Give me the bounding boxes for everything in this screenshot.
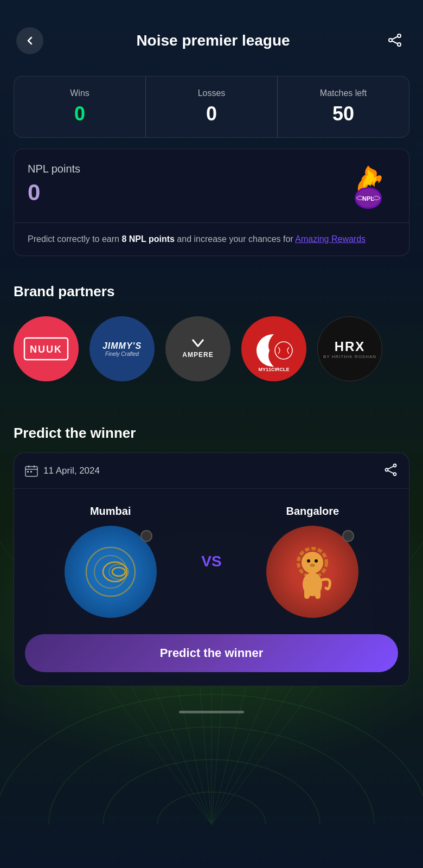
matches-left-value: 50 [286, 103, 401, 125]
losses-stat: Losses 0 [146, 76, 278, 137]
brand-partners-title: Brand partners [0, 267, 423, 311]
team-mumbai-logo [65, 526, 157, 618]
my11circle-logo: MY11CIRCLE [247, 323, 301, 372]
svg-text:MY11CIRCLE: MY11CIRCLE [258, 367, 289, 372]
losses-label: Losses [154, 88, 269, 98]
match-card: 11 April, 2024 Mumbai [14, 452, 409, 686]
svg-point-42 [112, 567, 125, 576]
mumbai-logo-svg [75, 537, 146, 607]
svg-text:NUUK: NUUK [30, 344, 62, 355]
svg-line-37 [388, 467, 394, 469]
brand-partners-section: Brand partners NUUK JIMMY'S Finely Craft… [0, 267, 423, 398]
svg-point-48 [310, 564, 315, 567]
brand-partners-list[interactable]: NUUK JIMMY'S Finely Crafted AMPERE [0, 311, 423, 398]
svg-point-36 [394, 473, 396, 476]
brand-nuuk[interactable]: NUUK [14, 316, 79, 381]
match-share-button[interactable] [384, 463, 398, 478]
bottom-pill [179, 711, 244, 713]
svg-rect-50 [304, 588, 310, 599]
svg-point-16 [389, 39, 392, 42]
svg-point-39 [86, 547, 135, 596]
wins-stat: Wins 0 [14, 76, 146, 137]
team-bangalore-logo [266, 526, 358, 618]
predict-section: Predict the winner 11 April, 2024 [0, 398, 423, 686]
team-mumbai-dot [140, 530, 152, 542]
npl-description: Predict correctly to earn 8 NPL points a… [14, 222, 409, 256]
npl-points-value: 0 [28, 180, 80, 206]
brand-my11circle[interactable]: MY11CIRCLE [241, 316, 306, 381]
ampere-logo: AMPERE [179, 334, 217, 361]
svg-point-44 [302, 552, 323, 573]
svg-point-46 [307, 559, 310, 563]
header: Noise premier league [0, 0, 423, 65]
svg-text:NPL: NPL [362, 195, 374, 202]
stats-card: Wins 0 Losses 0 Matches left 50 [14, 76, 409, 138]
team-bangalore-dot [342, 530, 354, 542]
match-teams: Mumbai [14, 489, 409, 629]
team-bangalore-name: Bangalore [286, 505, 339, 518]
svg-rect-51 [315, 588, 321, 599]
npl-logo: NPL [341, 163, 395, 212]
svg-point-15 [398, 34, 401, 37]
npl-points-label: NPL points [28, 163, 80, 175]
svg-point-35 [386, 469, 388, 471]
npl-points-card: NPL points 0 NPL [14, 149, 409, 256]
svg-text:AMPERE: AMPERE [182, 351, 213, 359]
predict-section-title: Predict the winner [0, 409, 423, 452]
svg-line-19 [392, 41, 398, 43]
brand-hrx[interactable]: HRX BY HRITHIK ROSHAN [317, 316, 382, 381]
team-bangalore: Bangalore [227, 505, 398, 618]
team-mumbai: Mumbai [25, 505, 196, 618]
bottom-bar [0, 703, 423, 727]
calendar-icon [25, 465, 38, 477]
predict-winner-button[interactable]: Predict the winner [25, 634, 398, 672]
match-date: 11 April, 2024 [25, 465, 100, 477]
matches-left-label: Matches left [286, 88, 401, 98]
svg-line-38 [388, 471, 394, 474]
svg-rect-32 [27, 471, 29, 473]
back-button[interactable] [16, 27, 43, 54]
svg-rect-33 [30, 471, 32, 473]
matches-left-stat: Matches left 50 [278, 76, 409, 137]
losses-value: 0 [154, 103, 269, 125]
match-header: 11 April, 2024 [14, 453, 409, 489]
vs-text: VS [196, 553, 227, 570]
npl-points-highlight: 8 NPL points [121, 234, 175, 244]
wins-value: 0 [22, 103, 137, 125]
wins-label: Wins [22, 88, 137, 98]
page-title: Noise premier league [136, 32, 290, 49]
share-button[interactable] [383, 28, 407, 54]
team-mumbai-name: Mumbai [90, 505, 131, 518]
brand-jimmys[interactable]: JIMMY'S Finely Crafted [89, 316, 155, 381]
nuuk-logo: NUUK [22, 335, 70, 362]
svg-point-26 [275, 342, 292, 359]
npl-logo-svg: NPL [341, 163, 395, 212]
svg-line-18 [392, 36, 398, 39]
svg-point-34 [394, 464, 396, 467]
bangalore-logo-svg [280, 539, 345, 604]
amazing-rewards-link[interactable]: Amazing Rewards [295, 234, 366, 244]
svg-point-17 [398, 43, 401, 46]
svg-point-47 [315, 559, 318, 563]
svg-point-40 [94, 556, 127, 588]
brand-ampere[interactable]: AMPERE [165, 316, 230, 381]
